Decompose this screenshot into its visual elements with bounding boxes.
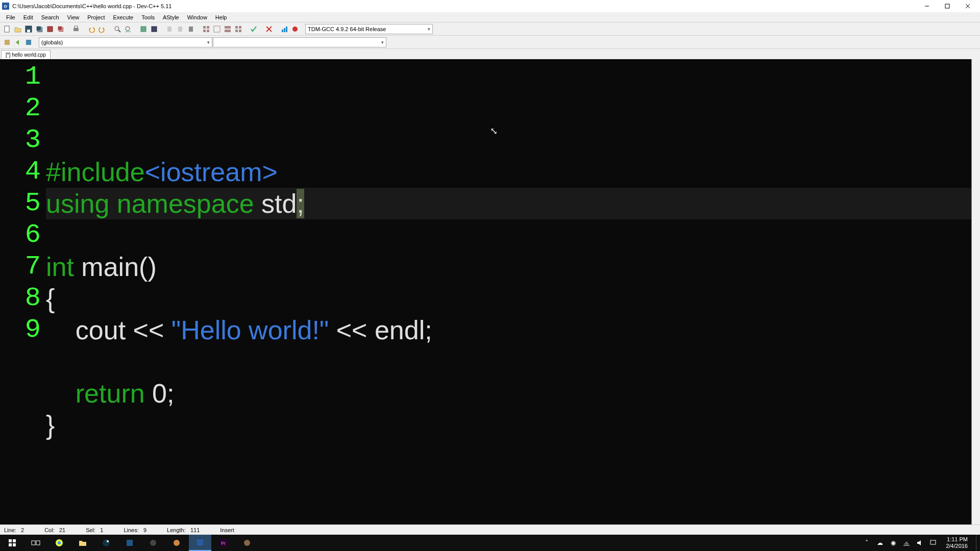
svg-rect-46 (36, 541, 40, 545)
layout1-icon[interactable] (201, 24, 211, 34)
start-button[interactable] (1, 535, 23, 551)
tray-action-center-icon[interactable] (928, 538, 938, 547)
menu-astyle[interactable]: AStyle (159, 13, 183, 21)
code-line[interactable]: return 0; (46, 378, 971, 409)
menu-view[interactable]: View (63, 13, 84, 21)
menu-tools[interactable]: Tools (137, 13, 159, 21)
compile-icon[interactable] (138, 24, 149, 34)
print-icon[interactable] (71, 24, 81, 34)
tray-network-icon[interactable] (902, 538, 911, 547)
status-col-value: 21 (59, 527, 65, 533)
find-icon[interactable] (112, 24, 122, 34)
code-line[interactable] (46, 219, 971, 251)
minimize-button[interactable] (917, 0, 937, 12)
show-desktop-button[interactable] (976, 535, 979, 551)
chrome-icon[interactable] (48, 535, 70, 551)
code-token: #include (46, 157, 145, 187)
profile-icon[interactable] (279, 24, 289, 34)
code-line[interactable] (46, 346, 971, 378)
menu-file[interactable]: File (2, 13, 19, 21)
line-number-gutter: 123456789 (0, 59, 46, 524)
file-tab[interactable]: [*] hello world.cpp (1, 50, 51, 59)
open-file-icon[interactable] (13, 24, 23, 34)
code-line[interactable]: using namespace std; (46, 188, 971, 219)
file-explorer-icon[interactable] (71, 535, 94, 551)
check-icon[interactable] (249, 24, 259, 34)
scope-select[interactable]: (globals) ▾ (39, 37, 212, 47)
bookmark-next-icon[interactable] (175, 24, 185, 34)
toolbar-main: TDM-GCC 4.9.2 64-bit Release ▾ (0, 22, 980, 36)
app-icon-1[interactable] (118, 535, 141, 551)
maximize-button[interactable] (937, 0, 958, 12)
run-icon[interactable] (149, 24, 159, 34)
menu-window[interactable]: Window (183, 13, 211, 21)
delete-icon[interactable] (264, 24, 274, 34)
menu-search[interactable]: Search (37, 13, 63, 21)
status-mode: Insert (220, 527, 234, 533)
svg-rect-1 (945, 4, 949, 8)
windows-taskbar: Pr ˄ ☁ ◉ 1:11 PM 2/4/2016 (0, 535, 980, 551)
premiere-icon[interactable]: Pr (212, 535, 235, 551)
line-number: 2 (0, 93, 46, 124)
line-number: 7 (0, 251, 46, 283)
close-file-icon[interactable] (45, 24, 55, 34)
app-icon-3[interactable] (165, 535, 188, 551)
tray-cloud-icon[interactable]: ☁ (875, 538, 885, 547)
app-icon-2[interactable] (142, 535, 164, 551)
replace-icon[interactable] (123, 24, 133, 34)
goto-func-icon[interactable] (2, 37, 12, 47)
save-icon[interactable] (23, 24, 34, 34)
app-icon-4[interactable] (236, 535, 258, 551)
redo-icon[interactable] (97, 24, 107, 34)
goto-fwd-icon[interactable] (23, 37, 34, 47)
svg-rect-26 (214, 26, 220, 32)
compiler-select[interactable]: TDM-GCC 4.9.2 64-bit Release ▾ (305, 24, 433, 34)
code-line[interactable]: cout << "Hello world!" << endl; (46, 314, 971, 346)
menu-execute[interactable]: Execute (109, 13, 137, 21)
code-token: cout << (46, 315, 172, 345)
tray-volume-icon[interactable] (915, 538, 924, 547)
goto-back-icon[interactable] (13, 37, 23, 47)
svg-rect-18 (152, 27, 157, 32)
layout2-icon[interactable] (212, 24, 222, 34)
status-lines-value: 9 (143, 527, 146, 533)
devcpp-taskbar-icon[interactable] (189, 535, 211, 551)
tray-steam-icon[interactable]: ◉ (889, 538, 898, 547)
code-line[interactable]: int main() (46, 251, 971, 283)
menu-help[interactable]: Help (211, 13, 231, 21)
taskbar-clock[interactable]: 1:11 PM 2/4/2016 (942, 536, 972, 549)
new-file-icon[interactable] (2, 24, 12, 34)
undo-icon[interactable] (86, 24, 96, 34)
close-button[interactable] (958, 0, 978, 12)
svg-rect-51 (127, 540, 133, 546)
code-line[interactable]: #include<iostream> (46, 156, 971, 188)
svg-rect-24 (203, 30, 206, 32)
vertical-scrollbar[interactable] (971, 59, 980, 524)
status-line-value: 2 (21, 527, 24, 533)
svg-point-52 (150, 540, 156, 546)
menu-edit[interactable]: Edit (19, 13, 37, 21)
tray-chevron-icon[interactable]: ˄ (862, 538, 871, 547)
status-sel-label: Sel: (86, 527, 95, 533)
code-line[interactable]: { (46, 283, 971, 314)
bookmark-prev-icon[interactable] (164, 24, 175, 34)
menu-project[interactable]: Project (83, 13, 109, 21)
code-token: ; (297, 189, 304, 218)
save-all-icon[interactable] (34, 24, 44, 34)
code-line[interactable]: } (46, 409, 971, 441)
close-all-icon[interactable] (56, 24, 66, 34)
debug-icon[interactable] (290, 24, 300, 34)
code-area[interactable]: ⤡ #include<iostream>using namespace std;… (46, 59, 971, 524)
clock-date: 2/4/2016 (946, 543, 968, 549)
code-editor[interactable]: 123456789 ⤡ #include<iostream>using name… (0, 59, 980, 524)
bookmark-toggle-icon[interactable] (186, 24, 196, 34)
layout3-icon[interactable] (223, 24, 233, 34)
svg-rect-6 (27, 30, 30, 32)
steam-icon[interactable] (95, 535, 117, 551)
svg-point-48 (58, 541, 61, 544)
task-view-icon[interactable] (24, 535, 47, 551)
svg-rect-17 (141, 27, 146, 32)
layout4-icon[interactable] (233, 24, 243, 34)
function-select[interactable]: ▾ (213, 37, 386, 47)
code-token: } (46, 410, 55, 440)
